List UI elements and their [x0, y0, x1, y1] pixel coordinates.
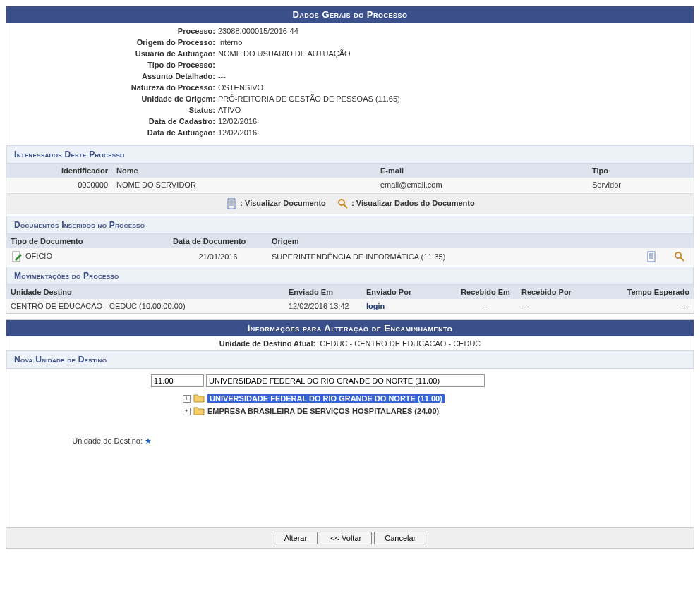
col-tipo: Tipo: [588, 164, 694, 178]
label-unidade-origem: Unidade de Origem:: [6, 94, 218, 103]
unidade-atual-row: Unidade de Destino Atual: CEDUC - CENTRO…: [6, 336, 694, 350]
expand-icon[interactable]: +: [183, 395, 191, 403]
tree-item[interactable]: + EMPRESA BRASILEIRA DE SERVIÇOS HOSPITA…: [183, 405, 694, 417]
table-row: 0000000 NOME DO SERVIDOR email@email.com…: [6, 178, 694, 192]
document-view-icon: [226, 198, 237, 209]
legend-view-doc: : Visualizar Documento: [240, 199, 325, 207]
legend-bar: : Visualizar Documento : Visualizar Dado…: [6, 193, 694, 214]
process-general-panel: Dados Gerais do Processo Processo:23088.…: [6, 6, 694, 314]
view-document-button[interactable]: [646, 251, 657, 262]
expand-icon[interactable]: +: [183, 408, 191, 415]
col-identificador: Identificador: [6, 164, 112, 178]
label-tipo: Tipo do Processo:: [6, 61, 218, 69]
enviado-por-link[interactable]: login: [366, 302, 385, 310]
search-row: [6, 369, 694, 387]
value-tipo: [218, 61, 694, 69]
cell-tipo: Servidor: [588, 178, 694, 192]
label-status: Status:: [6, 106, 218, 114]
folder-icon: [193, 393, 205, 404]
svg-line-12: [680, 257, 684, 261]
cell-data-doc: 21/01/2016: [169, 248, 267, 265]
col-recebido-em: Recebido Em: [454, 285, 517, 299]
movimentacoes-header: Movimentações do Processo: [6, 267, 694, 285]
documentos-table: Tipo de Documento Data de Documento Orig…: [6, 234, 694, 265]
cell-tempo: ---: [616, 299, 694, 313]
value-processo: 23088.000015/2016-44: [218, 27, 694, 35]
forward-change-panel: Informações para Alteração de Encaminham…: [6, 319, 694, 549]
unidade-atual-value: CEDUC - CENTRO DE EDUCACAO - CEDUC: [320, 339, 481, 348]
col-tipo-doc: Tipo de Documento: [6, 234, 169, 248]
value-data-autuacao: 12/02/2016: [218, 128, 694, 137]
required-star-icon: ★: [145, 436, 152, 445]
table-row: CENTRO DE EDUCACAO - CEDUC (10.00.00.00)…: [6, 299, 694, 313]
svg-line-5: [344, 204, 347, 208]
magnifier-icon: [337, 198, 349, 209]
destino-label: Unidade de Destino:: [72, 436, 143, 445]
document-edit-icon: [11, 251, 23, 262]
cell-recebido-por: ---: [517, 299, 616, 313]
view-data-button[interactable]: [674, 251, 685, 262]
unidade-atual-label: Unidade de Destino Atual:: [219, 339, 316, 348]
col-unidade-dest: Unidade Destino: [6, 285, 284, 299]
cell-recebido-em: ---: [454, 299, 517, 313]
panel1-title: Dados Gerais do Processo: [6, 6, 694, 23]
label-usuario: Usuário de Autuação:: [6, 49, 218, 58]
svg-point-11: [675, 252, 681, 258]
unit-code-input[interactable]: [151, 374, 204, 387]
voltar-button[interactable]: << Voltar: [320, 532, 372, 544]
value-assunto: ---: [218, 72, 694, 80]
svg-rect-7: [648, 252, 655, 262]
cell-unidade-dest: CENTRO DE EDUCACAO - CEDUC (10.00.00.00): [6, 299, 284, 313]
col-nome: Nome: [112, 164, 376, 178]
col-origem-doc: Origem: [267, 234, 637, 248]
interessados-header: Interessados Deste Processo: [6, 145, 694, 164]
cell-origem-doc: SUPERINTENDÊNCIA DE INFORMÁTICA (11.35): [267, 248, 637, 265]
tree-label[interactable]: EMPRESA BRASILEIRA DE SERVIÇOS HOSPITALA…: [207, 407, 439, 415]
panel2-title: Informações para Alteração de Encaminham…: [6, 320, 694, 336]
svg-point-4: [339, 200, 344, 205]
tree-item[interactable]: + UNIVERSIDADE FEDERAL DO RIO GRANDE DO …: [183, 393, 694, 404]
documentos-header: Documentos Inseridos no Processo: [6, 216, 694, 234]
cell-id: 0000000: [6, 178, 112, 192]
cell-tipo-doc: OFICIO: [25, 252, 52, 260]
table-row: OFICIO 21/01/2016 SUPERINTENDÊNCIA DE IN…: [6, 248, 694, 265]
destino-row: Unidade de Destino: ★: [6, 436, 694, 446]
unit-tree: + UNIVERSIDADE FEDERAL DO RIO GRANDE DO …: [183, 393, 694, 417]
button-bar: Alterar << Voltar Cancelar: [6, 527, 694, 548]
legend-view-data: : Visualizar Dados do Documento: [351, 199, 475, 207]
label-origem: Origem do Processo:: [6, 38, 218, 47]
svg-rect-0: [228, 199, 235, 209]
label-processo: Processo:: [6, 27, 218, 35]
value-status: ATIVO: [218, 106, 694, 114]
cell-nome: NOME DO SERVIDOR: [112, 178, 376, 192]
value-natureza: OSTENSIVO: [218, 83, 694, 92]
alterar-button[interactable]: Alterar: [274, 532, 318, 544]
col-email: E-mail: [376, 164, 588, 178]
col-recebido-por: Recebido Por: [517, 285, 616, 299]
movimentacoes-table: Unidade Destino Enviado Em Enviado Por R…: [6, 285, 694, 313]
label-data-autuacao: Data de Autuação:: [6, 128, 218, 137]
label-natureza: Natureza do Processo:: [6, 83, 218, 92]
fields-block: Processo:23088.000015/2016-44 Origem do …: [6, 23, 694, 145]
nova-unidade-header: Nova Unidade de Destino: [6, 350, 694, 369]
label-data-cadastro: Data de Cadastro:: [6, 117, 218, 126]
col-enviado-por: Enviado Por: [362, 285, 454, 299]
value-unidade-origem: PRÓ-REITORIA DE GESTÃO DE PESSOAS (11.65…: [218, 94, 694, 103]
col-data-doc: Data de Documento: [169, 234, 267, 248]
label-assunto: Assunto Detalhado:: [6, 72, 218, 80]
tree-label-selected[interactable]: UNIVERSIDADE FEDERAL DO RIO GRANDE DO NO…: [207, 394, 445, 403]
value-origem: Interno: [218, 38, 694, 47]
unit-name-input[interactable]: [206, 374, 485, 387]
value-data-cadastro: 12/02/2016: [218, 117, 694, 126]
col-tempo: Tempo Esperado: [616, 285, 694, 299]
interessados-table: Identificador Nome E-mail Tipo 0000000 N…: [6, 164, 694, 192]
folder-icon: [193, 405, 205, 417]
cell-email: email@email.com: [376, 178, 588, 192]
cell-enviado-em: 12/02/2016 13:42: [284, 299, 362, 313]
value-usuario: NOME DO USUARIO DE AUTUAÇÃO: [218, 49, 694, 58]
cancelar-button[interactable]: Cancelar: [374, 532, 426, 544]
col-enviado-em: Enviado Em: [284, 285, 362, 299]
